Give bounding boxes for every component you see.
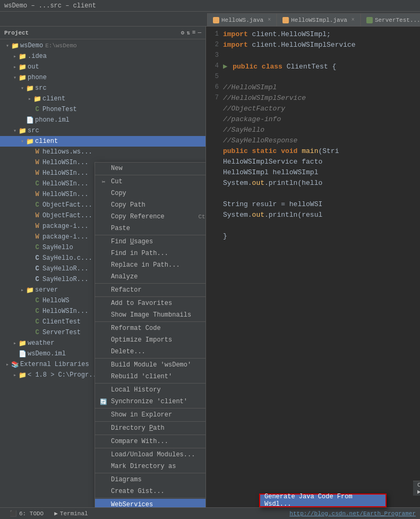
- menu-item-delete[interactable]: Delete... Delete: [95, 346, 206, 358]
- line-5: 5: [206, 71, 420, 82]
- menu-item-synchronize[interactable]: 🔄 Synchronize 'client': [95, 396, 206, 407]
- line-1: 1 import client.HelloWSImpl;: [206, 29, 420, 39]
- tab-label-hellows: HelloWS.java: [221, 17, 263, 23]
- tree-label-weather: weather: [28, 339, 54, 347]
- folder-icon-ext-lib: 📚: [11, 361, 19, 369]
- menu-item-find-path[interactable]: Find in Path... Ctrl+Shift+F: [95, 248, 206, 259]
- file-icon-objectfact-green: C: [33, 201, 41, 209]
- menu-item-webservices[interactable]: WebServices ▶: [95, 499, 206, 507]
- tree-item-hellows-ws[interactable]: W hellows.ws...: [0, 147, 205, 157]
- file-icon-hellowsin-server: C: [33, 308, 41, 315]
- menu-label-new: New: [111, 165, 123, 172]
- menu-item-add-favorites[interactable]: Add to Favorites ▶: [95, 297, 206, 309]
- menu-item-dir-path[interactable]: Directory Path Ctrl+Alt+F12: [95, 422, 206, 434]
- arrow-phone: ▾: [12, 74, 18, 81]
- menu-item-copy-ref[interactable]: Copy Reference Ctrl+Alt+Shift+C: [95, 211, 206, 223]
- arrow-idea: ▸: [12, 53, 18, 59]
- folder-icon-phone-client: 📁: [33, 95, 41, 103]
- tree-label-package1: package-i...: [42, 223, 88, 230]
- menu-label-dir-path: Directory Path: [111, 424, 165, 432]
- tab-close-hellowsimpl[interactable]: ×: [352, 17, 355, 23]
- bottom-tab-terminal-label: Terminal: [60, 511, 88, 517]
- menu-item-thumbnails[interactable]: Show Image Thumbnails Ctrl+Shift+T: [95, 309, 206, 321]
- arrow-wsdemo: ▾: [4, 42, 11, 49]
- bottom-url[interactable]: http://blog.csdn.net/Earth_Programer: [289, 511, 416, 517]
- file-icon-package1: W: [33, 223, 41, 230]
- main-layout: Project ⚙ ⇅ ≡ — ▾ 📁 wsDemo E:\wsDemo ▸ 📁…: [0, 27, 420, 507]
- tree-item-wsdemo[interactable]: ▾ 📁 wsDemo E:\wsDemo: [0, 40, 205, 51]
- line-9: //SayHello: [206, 124, 420, 135]
- menu-item-reformat[interactable]: Reformat Code Ctrl+Alt+L: [95, 322, 206, 334]
- bottom-tab-todo[interactable]: ⬛ 6: TODO: [4, 508, 49, 520]
- tree-item-client[interactable]: ▾ 📁 client: [0, 136, 205, 147]
- menu-label-gist: Create Gist...: [111, 488, 165, 495]
- tree-item-phonetest[interactable]: C PhoneTest: [0, 104, 205, 115]
- submenu-label-generate: Generate Java Code From Wsdl...: [264, 493, 381, 508]
- tab-close-hellows[interactable]: ×: [268, 17, 271, 23]
- tab-hellowsimpl[interactable]: HelloWSImpl.java ×: [277, 13, 361, 26]
- menu-label-build-module: Build Module 'wsDemo': [111, 361, 191, 369]
- menu-item-local-history[interactable]: Local History ▶: [95, 384, 206, 396]
- line-code-11: public static void main(Stri: [223, 147, 339, 155]
- tab-servertest[interactable]: ServerTest... ×: [361, 13, 420, 26]
- tree-label-objectfact-green: ObjectFact...: [42, 201, 92, 209]
- line-12: HelloWSImplService facto: [206, 156, 420, 167]
- menu-item-copy[interactable]: Copy Ctrl+C: [95, 188, 206, 199]
- menu-item-replace-path[interactable]: Replace in Path... Ctrl+Shift+R: [95, 259, 206, 271]
- tree-item-phone[interactable]: ▾ 📁 phone: [0, 72, 205, 83]
- line-code-9: //SayHello: [223, 126, 264, 134]
- file-icon-hellows: C: [33, 297, 41, 304]
- menu-item-analyze[interactable]: Analyze ▶: [95, 271, 206, 283]
- line-3: 3: [206, 50, 420, 61]
- sidebar-icon-minus[interactable]: —: [198, 29, 201, 36]
- tree-item-src[interactable]: ▾ 📁 src: [0, 125, 205, 136]
- menu-item-copy-path[interactable]: Copy Path Ctrl+Shift+C: [95, 199, 206, 211]
- arrow-server: ▸: [19, 287, 25, 293]
- sep2: [95, 235, 206, 235]
- menu-item-build-module[interactable]: Build Module 'wsDemo': [95, 359, 206, 371]
- menu-item-mark-dir[interactable]: Mark Directory as ▶: [95, 461, 206, 472]
- context-menu: New ▶ ✂ Cut Ctrl+X Copy Ctrl+C: [95, 162, 206, 507]
- tree-label-wsdemo-iml: wsDemo.iml: [28, 350, 66, 358]
- menu-item-new[interactable]: New ▶: [95, 163, 206, 174]
- menu-item-show-explorer[interactable]: Show in Explorer: [95, 409, 206, 421]
- tree-item-phone-client[interactable]: ▸ 📁 client: [0, 93, 205, 104]
- tree-label-out: out: [28, 63, 39, 71]
- menu-item-optimize[interactable]: Optimize Imports Ctrl+Alt+O: [95, 334, 206, 346]
- line-num-6: 6: [206, 83, 223, 91]
- folder-icon-server: 📁: [25, 286, 34, 294]
- menu-item-find-usages[interactable]: Find Usages Alt+F7: [95, 236, 206, 248]
- tree-item-phone-iml[interactable]: 📄 phone.iml: [0, 115, 205, 125]
- run-text: ClientTest ▶ main(): [417, 482, 420, 495]
- window-title: wsDemo – ...src – client: [4, 2, 96, 10]
- sep1: [95, 175, 206, 175]
- folder-icon-wsdemo: 📁: [11, 42, 19, 50]
- tree-item-out[interactable]: ▸ 📁 out: [0, 62, 205, 72]
- arrow-weather: ▸: [12, 340, 18, 346]
- tab-bar: HelloWS.java × HelloWSImpl.java × Server…: [0, 12, 420, 27]
- line-14: System.out.println(hello: [206, 177, 420, 188]
- menu-label-copy-path: Copy Path: [111, 201, 145, 209]
- sidebar-icon-settings[interactable]: ≡: [192, 29, 196, 36]
- sep5: [95, 321, 206, 322]
- menu-item-rebuild[interactable]: Rebuild 'client' Ctrl+Shift+F9: [95, 371, 206, 382]
- tab-hellows[interactable]: HelloWS.java ×: [207, 13, 277, 26]
- sep8: [95, 408, 206, 409]
- menu-item-diagrams[interactable]: Diagrams ▶: [95, 474, 206, 486]
- menu-item-refactor[interactable]: Refactor ▶: [95, 284, 206, 296]
- menu-item-compare[interactable]: Compare With... Ctrl+D: [95, 436, 206, 447]
- line-code-16: String resulr = helloWSI: [223, 200, 322, 208]
- bottom-tab-terminal[interactable]: ▶ Terminal: [49, 508, 93, 520]
- line-7: 7 //HelloWSImplService: [206, 92, 420, 103]
- tree-item-idea[interactable]: ▸ 📁 .idea: [0, 51, 205, 62]
- tree-item-phone-src[interactable]: ▾ 📁 src: [0, 83, 205, 93]
- sidebar-icon-gear[interactable]: ⚙: [181, 29, 185, 36]
- file-icon-phone-iml: 📄: [25, 116, 34, 124]
- sidebar-icon-expand[interactable]: ⇅: [186, 29, 190, 36]
- menu-item-cut[interactable]: ✂ Cut Ctrl+X: [95, 176, 206, 188]
- menu-item-load-modules[interactable]: Load/Unload Modules...: [95, 449, 206, 461]
- menu-item-paste[interactable]: Paste Ctrl+V: [95, 223, 206, 234]
- line-code-12: HelloWSImplService facto: [223, 158, 322, 166]
- submenu-item-generate[interactable]: Generate Java Code From Wsdl...: [260, 495, 385, 506]
- menu-item-gist[interactable]: Create Gist...: [95, 486, 206, 497]
